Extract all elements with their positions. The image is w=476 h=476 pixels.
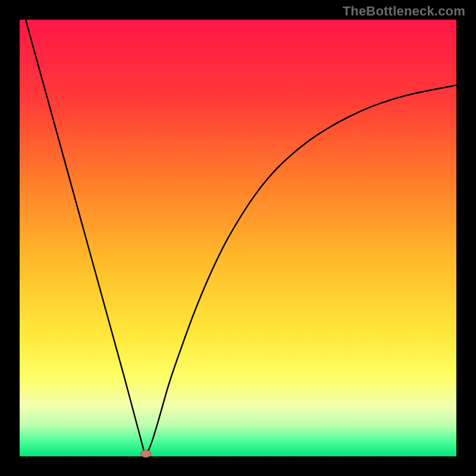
- bottleneck-chart: [0, 0, 476, 476]
- heatmap-background: [20, 20, 456, 456]
- optimal-point-marker: [140, 450, 151, 457]
- chart-stage: { "watermark": "TheBottleneck.com", "col…: [0, 0, 476, 476]
- watermark-text: TheBottleneck.com: [343, 4, 465, 19]
